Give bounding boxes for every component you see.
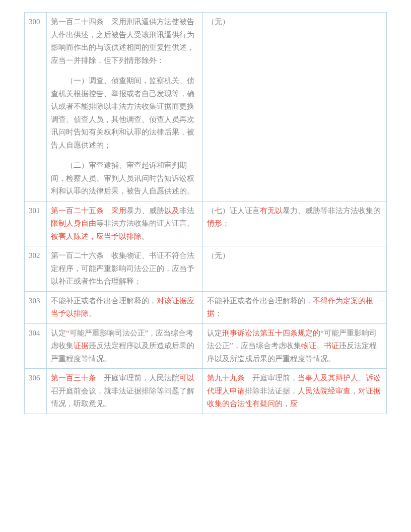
table-row: 303不能补正或者作出合理解释的，对该证据应当予以排除。不能补正或者作出合理解释… (25, 291, 387, 323)
table-row: 306第一百三十条 开庭审理前，人民法院可以召开庭前会议，就非法证据排除等问题了… (25, 369, 387, 414)
row-number: 306 (25, 369, 47, 414)
left-column-cell: 第一百三十条 开庭审理前，人民法院可以召开庭前会议，就非法证据排除等问题了解情况… (47, 369, 203, 414)
right-column-cell: 不能补正或者作出合理解释的，不得作为定案的根据： (203, 291, 387, 323)
table-row: 304认定“可能严重影响司法公正”，应当综合考虑收集证据违反法定程序以及所造成后… (25, 323, 387, 369)
left-column-cell: 第一百二十六条 收集物证、书证不符合法定程序，可能严重影响司法公正的，应当予以补… (47, 246, 203, 292)
row-number: 300 (25, 13, 47, 202)
right-column-cell: （无） (203, 246, 387, 292)
table-row: 301第一百二十五条 采用暴力、威胁以及非法限制人身自由等非法方法收集的证人证言… (25, 201, 387, 246)
right-column-cell: 第九十九条 开庭审理前，当事人及其辩护人、诉讼代理人申请排除非法证据，人民法院经… (203, 369, 387, 414)
left-column-cell: 第一百二十五条 采用暴力、威胁以及非法限制人身自由等非法方法收集的证人证言、被害… (47, 201, 203, 246)
row-number: 301 (25, 201, 47, 246)
table-row: 302第一百二十六条 收集物证、书证不符合法定程序，可能严重影响司法公正的，应当… (25, 246, 387, 292)
right-column-cell: （无） (203, 13, 387, 202)
left-column-cell: 认定“可能严重影响司法公正”，应当综合考虑收集证据违反法定程序以及所造成后果的严… (47, 323, 203, 369)
row-number: 302 (25, 246, 47, 292)
comparison-table: 300第一百二十四条 采用刑讯逼供方法使被告人作出供述，之后被告人受该刑讯逼供行… (24, 12, 387, 414)
right-column-cell: 认定刑事诉讼法第五十四条规定的“可能严重影响司法公正”，应当综合考虑收集物证、书… (203, 323, 387, 369)
right-column-cell: （七）证人证言有无以暴力、威胁等非法方法收集的情形； (203, 201, 387, 246)
table-row: 300第一百二十四条 采用刑讯逼供方法使被告人作出供述，之后被告人受该刑讯逼供行… (25, 13, 387, 202)
left-column-cell: 第一百二十四条 采用刑讯逼供方法使被告人作出供述，之后被告人受该刑讯逼供行为影响… (47, 13, 203, 202)
left-column-cell: 不能补正或者作出合理解释的，对该证据应当予以排除。 (47, 291, 203, 323)
row-number: 303 (25, 291, 47, 323)
row-number: 304 (25, 323, 47, 369)
